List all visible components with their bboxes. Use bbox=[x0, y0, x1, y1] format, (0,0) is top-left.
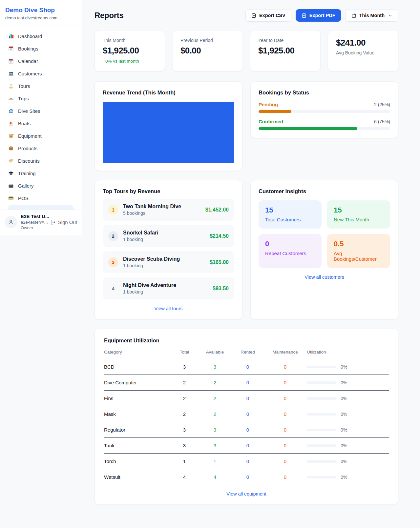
app-root: Demo Dive Shop demo.test.divestreams.com… bbox=[0, 0, 420, 515]
status-bar-fill bbox=[259, 110, 291, 113]
sidebar-item-pos[interactable]: POS bbox=[4, 192, 78, 204]
sidebar-item-equipment[interactable]: Equipment bbox=[4, 130, 78, 142]
sidebar-item-label: POS bbox=[18, 195, 29, 201]
user-name: E2E Test U... bbox=[21, 214, 47, 219]
sidebar-item-reports-partial[interactable] bbox=[8, 205, 74, 210]
utilization-bar-track bbox=[307, 429, 336, 431]
sidebar-item-customers[interactable]: Customers bbox=[4, 67, 78, 80]
utilization-bar-track bbox=[307, 444, 336, 447]
equipment-available: 2 bbox=[198, 380, 232, 385]
utilization-percent: 0% bbox=[341, 412, 347, 417]
tour-bookings: 1 booking bbox=[123, 289, 176, 294]
equipment-rented: 0 bbox=[232, 364, 263, 370]
equipment-available: 3 bbox=[198, 364, 232, 370]
equipment-available: 2 bbox=[198, 411, 232, 417]
island-icon bbox=[8, 83, 14, 89]
sidebar-item-dive-sites[interactable]: Dive Sites bbox=[4, 105, 78, 117]
sidebar-item-calendar[interactable]: Calendar bbox=[4, 55, 78, 67]
revenue-trend-chart bbox=[103, 102, 234, 163]
export-csv-label: Export CSV bbox=[259, 13, 285, 18]
calendar-icon bbox=[351, 13, 356, 18]
insight-repeat-customers: 0 Repeat Customers bbox=[259, 234, 322, 268]
equipment-utilization-cell: 0% bbox=[307, 427, 389, 433]
bookings-by-status-panel: Bookings by Status Pending 2 (25%) Confi… bbox=[250, 81, 398, 138]
equipment-maintenance: 0 bbox=[263, 364, 307, 370]
status-row-pending: Pending 2 (25%) bbox=[259, 102, 390, 113]
sidebar-item-label: Gallery bbox=[18, 183, 34, 189]
header-actions: Export CSV Export PDF This Month bbox=[245, 9, 398, 22]
utilization-bar-track bbox=[307, 381, 336, 384]
equipment-utilization-cell: 0% bbox=[307, 443, 389, 448]
credit-card-icon bbox=[8, 195, 14, 201]
rank-badge: 3 bbox=[108, 257, 118, 267]
utilization-percent: 0% bbox=[341, 396, 347, 401]
user-panel: E2E Test U... e2e-tester@... Owner Sign … bbox=[0, 210, 82, 235]
column-header-category: Category bbox=[104, 350, 171, 355]
equipment-category: Mask bbox=[104, 411, 171, 417]
sidebar-item-bookings[interactable]: 17 Bookings bbox=[4, 42, 78, 55]
tour-amount: $214.50 bbox=[210, 233, 229, 239]
sidebar-item-label: Bookings bbox=[18, 46, 38, 51]
equipment-utilization-cell: 0% bbox=[307, 412, 389, 417]
stat-card-this-month: This Month $1,925.00 +0% vs last month bbox=[94, 30, 165, 71]
stat-delta: +0% vs last month bbox=[103, 59, 157, 64]
insight-label: Total Customers bbox=[265, 217, 315, 222]
view-all-tours-link[interactable]: View all tours bbox=[103, 306, 234, 311]
utilization-bar-track bbox=[307, 397, 336, 400]
sidebar-item-gallery[interactable]: Gallery bbox=[4, 179, 78, 192]
period-dropdown[interactable]: This Month bbox=[346, 9, 398, 22]
equipment-utilization-cell: 0% bbox=[307, 364, 389, 370]
top-tours-panel: Top Tours by Revenue 1 Two Tank Morning … bbox=[94, 180, 242, 319]
equipment-rented: 0 bbox=[232, 411, 263, 417]
status-count: 2 (25%) bbox=[374, 102, 390, 107]
equipment-total: 3 bbox=[171, 427, 198, 433]
customer-insights-title: Customer Insights bbox=[259, 188, 390, 194]
sidebar-item-discounts[interactable]: Discounts bbox=[4, 154, 78, 167]
camera-icon bbox=[8, 183, 14, 189]
table-row: Tank 3 3 0 0 0% bbox=[104, 438, 389, 454]
sidebar-item-label: Boats bbox=[18, 121, 31, 126]
charts-row: Revenue Trend (This Month) Bookings by S… bbox=[94, 81, 398, 171]
equipment-maintenance: 0 bbox=[263, 474, 307, 480]
utilization-percent: 0% bbox=[341, 475, 347, 480]
equipment-total: 3 bbox=[171, 364, 198, 370]
equipment-rented: 0 bbox=[232, 380, 263, 385]
tour-row: 4 Night Dive Adventure 1 booking $93.50 bbox=[103, 277, 234, 299]
sidebar-item-boats[interactable]: Boats bbox=[4, 117, 78, 130]
sidebar-item-label: Discounts bbox=[18, 158, 40, 164]
insight-new-this-month: 15 New This Month bbox=[327, 200, 390, 229]
equipment-rented: 0 bbox=[232, 443, 263, 448]
sidebar-item-tours[interactable]: Tours bbox=[4, 80, 78, 92]
sidebar-item-dashboard[interactable]: Dashboard bbox=[4, 30, 78, 42]
sidebar-nav: Dashboard 17 Bookings Calendar Customers bbox=[0, 26, 82, 210]
sidebar-item-training[interactable]: Training bbox=[4, 167, 78, 179]
status-label: Confirmed bbox=[259, 119, 283, 124]
stat-label: Avg Booking Value bbox=[336, 50, 390, 55]
sidebar-item-label: Dashboard bbox=[18, 33, 42, 39]
page-header: Reports Export CSV Export PDF This Month bbox=[94, 9, 398, 22]
sidebar-header: Demo Dive Shop demo.test.divestreams.com bbox=[0, 0, 82, 26]
calendar-date-icon: 17 bbox=[8, 46, 14, 51]
bookings-by-status-title: Bookings by Status bbox=[259, 90, 390, 96]
user-role: Owner bbox=[21, 225, 47, 230]
insight-avg-bookings: 0.5 Avg Bookings/Customer bbox=[327, 234, 390, 268]
shop-name: Demo Dive Shop bbox=[5, 7, 76, 14]
export-csv-button[interactable]: Export CSV bbox=[245, 9, 291, 22]
utilization-percent: 0% bbox=[341, 364, 347, 370]
equipment-total: 1 bbox=[171, 458, 198, 464]
sidebar-item-trips[interactable]: Trips bbox=[4, 92, 78, 105]
sidebar-item-label: Tours bbox=[18, 83, 30, 89]
stat-value: $1,925.00 bbox=[103, 46, 157, 56]
export-pdf-button[interactable]: Export PDF bbox=[296, 9, 341, 22]
grad-cap-icon bbox=[8, 170, 14, 176]
equipment-category: Wetsuit bbox=[104, 474, 171, 480]
status-bar-track bbox=[259, 110, 390, 113]
sidebar-item-products[interactable]: Products bbox=[4, 142, 78, 154]
view-all-customers-link[interactable]: View all customers bbox=[259, 274, 390, 280]
status-label: Pending bbox=[259, 102, 278, 107]
equipment-available: 3 bbox=[198, 443, 232, 448]
column-header-maintenance: Maintenance bbox=[263, 350, 307, 355]
view-all-equipment-link[interactable]: View all equipment bbox=[104, 491, 389, 497]
sign-out-button[interactable]: Sign Out bbox=[50, 219, 77, 225]
table-row: Regulator 3 3 0 0 0% bbox=[104, 422, 389, 438]
